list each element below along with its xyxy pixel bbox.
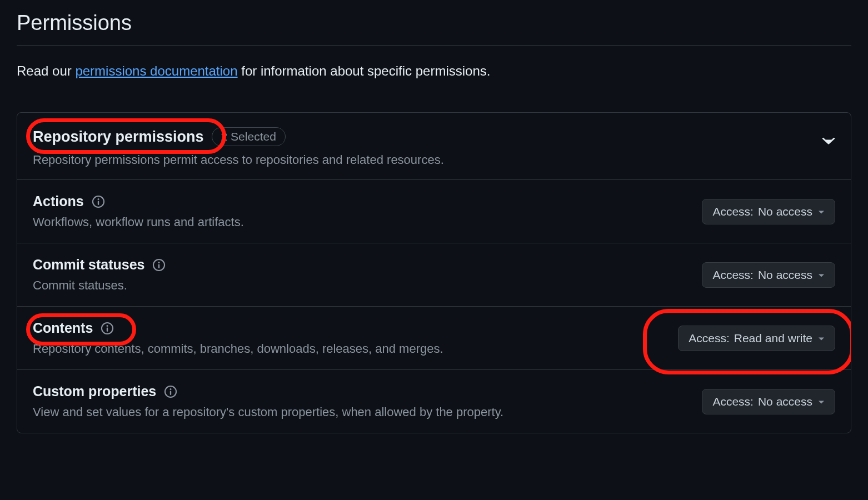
access-dropdown-actions[interactable]: Access: No access [702,199,835,224]
access-value: No access [758,268,812,282]
permission-title: Commit statuses [33,257,144,273]
permission-row-contents: Contents Repository contents, commits, b… [17,306,851,369]
intro-suffix: for information about specific permissio… [238,63,491,78]
permission-desc: Repository contents, commits, branches, … [33,342,443,356]
access-label-prefix: Access: [712,268,754,282]
svg-rect-8 [107,327,108,332]
access-label-prefix: Access: [712,395,754,408]
caret-down-icon [818,268,825,282]
access-value: Read and write [734,332,812,345]
repository-permissions-header[interactable]: Repository permissions 2 Selected Reposi… [17,113,851,179]
svg-rect-11 [170,391,171,395]
svg-rect-2 [97,201,98,205]
access-dropdown-custom-properties[interactable]: Access: No access [702,389,835,414]
svg-point-1 [97,198,99,200]
permission-title: Actions [33,193,84,209]
svg-rect-5 [158,264,159,268]
permissions-doc-link[interactable]: permissions documentation [75,63,237,78]
permission-row-custom-properties: Custom properties View and set values fo… [17,369,851,433]
svg-point-10 [170,388,172,390]
page-title: Permissions [17,11,851,46]
svg-point-7 [107,325,108,327]
access-dropdown-commit-statuses[interactable]: Access: No access [702,262,835,288]
access-value: No access [758,395,812,408]
permission-desc: View and set values for a repository's c… [33,405,503,419]
permission-title: Contents [33,320,93,336]
permission-row-actions: Actions Workflows, workflow runs and art… [17,179,851,243]
chevron-down-icon [822,134,835,151]
caret-down-icon [818,205,825,218]
permissions-panel: Repository permissions 2 Selected Reposi… [17,112,851,433]
permission-title: Custom properties [33,383,156,399]
svg-point-4 [158,262,160,263]
permission-desc: Workflows, workflow runs and artifacts. [33,215,244,229]
intro-prefix: Read our [17,63,75,78]
access-dropdown-contents[interactable]: Access: Read and write [678,326,835,351]
access-label-prefix: Access: [689,332,730,345]
intro-text: Read our permissions documentation for i… [17,63,851,79]
access-label-prefix: Access: [712,205,754,218]
access-value: No access [758,205,812,218]
caret-down-icon [818,332,825,345]
repository-permissions-desc: Repository permissions permit access to … [33,153,444,167]
info-icon[interactable] [164,385,177,398]
selected-count-badge: 2 Selected [212,127,286,146]
caret-down-icon [818,395,825,408]
permission-desc: Commit statuses. [33,278,166,293]
info-icon[interactable] [152,258,166,272]
info-icon[interactable] [101,322,114,335]
info-icon[interactable] [92,195,105,208]
repository-permissions-title: Repository permissions [33,128,204,146]
permission-row-commit-statuses: Commit statuses Commit statuses. Access:… [17,243,851,306]
